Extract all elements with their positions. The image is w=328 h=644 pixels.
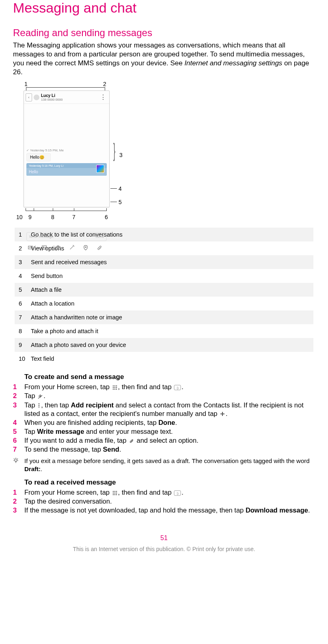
plus-icon xyxy=(220,411,225,417)
legend-row: 8Take a photo and attach it xyxy=(15,324,313,338)
svg-point-36 xyxy=(116,491,117,492)
attach-toolbar xyxy=(24,243,109,252)
step: 6 If you want to add a media file, tap a… xyxy=(13,436,315,445)
page-number: 51 xyxy=(13,534,315,542)
lightbulb-icon xyxy=(13,457,24,473)
step-fragment: . xyxy=(226,410,228,417)
camera-icon xyxy=(55,244,61,251)
legend-row: 3Sent and received messages xyxy=(15,255,313,269)
legend-num: 9 xyxy=(19,342,31,348)
attach-file-icon xyxy=(96,244,103,251)
step-num: 2 xyxy=(13,392,24,400)
intro-paragraph: The Messaging application shows your mes… xyxy=(13,41,315,77)
attachment-thumbnail xyxy=(96,165,104,173)
svg-point-39 xyxy=(116,493,117,494)
more-options-icon: ⋮ xyxy=(98,93,108,101)
tip: If you exit a message before sending, it… xyxy=(13,457,315,473)
callout-5: 5 xyxy=(119,199,122,205)
step-num: 6 xyxy=(13,436,24,445)
phone-screenshot: ‹ Lucy Li 138 0000 0000 ⋮ Yesterday 5:15… xyxy=(24,90,110,207)
step: 2 Tap . xyxy=(13,392,315,400)
step-fragment: From your Home screen, tap xyxy=(24,383,112,390)
step-text: From your Home screen, tap , then find a… xyxy=(24,383,315,391)
photo-icon xyxy=(41,244,47,251)
step-num: 3 xyxy=(13,506,24,515)
svg-line-29 xyxy=(17,459,18,459)
step-fragment: When you are finished adding recipients,… xyxy=(24,419,158,426)
new-message-icon xyxy=(37,394,43,399)
svg-point-35 xyxy=(114,491,115,492)
svg-point-10 xyxy=(116,386,117,387)
callout-3: 3 xyxy=(119,152,123,158)
svg-point-22 xyxy=(39,405,40,406)
callout-2: 2 xyxy=(103,81,106,87)
step-fragment: From your Home screen, tap xyxy=(24,489,112,496)
step-bold: Add recipient xyxy=(71,401,114,409)
apps-grid-icon xyxy=(112,385,118,390)
read-steps: 1 From your Home screen, tap , then find… xyxy=(13,488,315,515)
svg-point-9 xyxy=(114,386,115,387)
legend-row: 10Text field xyxy=(15,352,313,366)
step-fragment: , then find and tap xyxy=(118,383,174,390)
bracket-icon: } xyxy=(113,140,115,163)
step-text: Tap Write message and enter your message… xyxy=(24,427,315,436)
legend-row: 7Attach a handwritten note or image xyxy=(15,310,313,324)
step-num: 1 xyxy=(13,488,24,497)
step-fragment: . xyxy=(181,489,183,496)
callout-line xyxy=(74,208,74,211)
step: 1 From your Home screen, tap , then find… xyxy=(13,383,315,391)
send-button: Send xyxy=(93,235,106,239)
svg-point-23 xyxy=(39,407,40,408)
svg-point-13 xyxy=(116,387,117,388)
step-bold: Download message xyxy=(246,506,308,514)
legend-text: Take a photo and attach it xyxy=(31,328,98,334)
legend-num: 3 xyxy=(19,259,31,265)
step-fragment: , then find and tap xyxy=(118,489,174,496)
callout-10: 10 xyxy=(16,214,23,220)
page-title: Messaging and chat xyxy=(13,0,315,16)
legend-text: Sent and received messages xyxy=(31,259,107,265)
callout-line xyxy=(34,208,34,211)
step-num: 2 xyxy=(13,497,24,506)
callout-line xyxy=(26,87,26,90)
step-fragment: Tap the desired conversation. xyxy=(24,498,112,505)
step-text: When you are finished adding recipients,… xyxy=(24,418,315,427)
compose-row: Write message Send xyxy=(26,232,107,241)
step: 3 If the message is not yet downloaded, … xyxy=(13,506,315,515)
location-icon xyxy=(82,244,89,251)
sent-message-bubble: Hello😊 xyxy=(26,153,51,162)
step-text: Tap the desired conversation. xyxy=(24,497,315,506)
step-bold: Done xyxy=(158,419,175,426)
legend-num: 10 xyxy=(19,355,31,362)
step-bold: Send xyxy=(103,446,119,453)
step-text: To send the message, tap Send. xyxy=(24,445,315,454)
step: 1 From your Home screen, tap , then find… xyxy=(13,488,315,497)
tip-text: If you exit a message before sending, it… xyxy=(24,457,315,473)
step-fragment: , then tap xyxy=(41,401,71,409)
step-text: Tap . xyxy=(24,392,315,400)
svg-point-21 xyxy=(39,403,40,405)
step-fragment: . xyxy=(181,383,183,390)
create-steps: 1 From your Home screen, tap , then find… xyxy=(13,383,315,454)
create-heading: To create and send a message xyxy=(24,373,315,381)
legend-row: 6Attach a location xyxy=(15,297,313,310)
footer-note: This is an Internet version of this publ… xyxy=(13,546,315,552)
received-message-meta: Yesterday 5:16 PM, Lucy Li xyxy=(26,163,107,168)
legend-num: 5 xyxy=(19,286,31,293)
callout-1: 1 xyxy=(24,81,28,87)
sketch-icon xyxy=(69,244,75,251)
step-fragment: Tap xyxy=(24,401,37,409)
legend-text: Attach a photo saved on your device xyxy=(31,342,126,348)
step-text: Tap , then tap Add recipient and select … xyxy=(24,401,315,418)
callout-line xyxy=(110,202,117,202)
step-fragment: If the message is not yet downloaded, ta… xyxy=(24,506,246,514)
svg-rect-6 xyxy=(57,246,59,247)
step-fragment: . xyxy=(119,446,121,453)
tip-bold: Draft: xyxy=(24,465,41,472)
conversation-header: ‹ Lucy Li 138 0000 0000 ⋮ xyxy=(24,91,109,104)
callout-line xyxy=(106,208,107,211)
callout-line xyxy=(26,211,107,211)
callout-line xyxy=(26,208,26,211)
svg-point-11 xyxy=(112,387,114,388)
legend-num: 6 xyxy=(19,300,31,307)
